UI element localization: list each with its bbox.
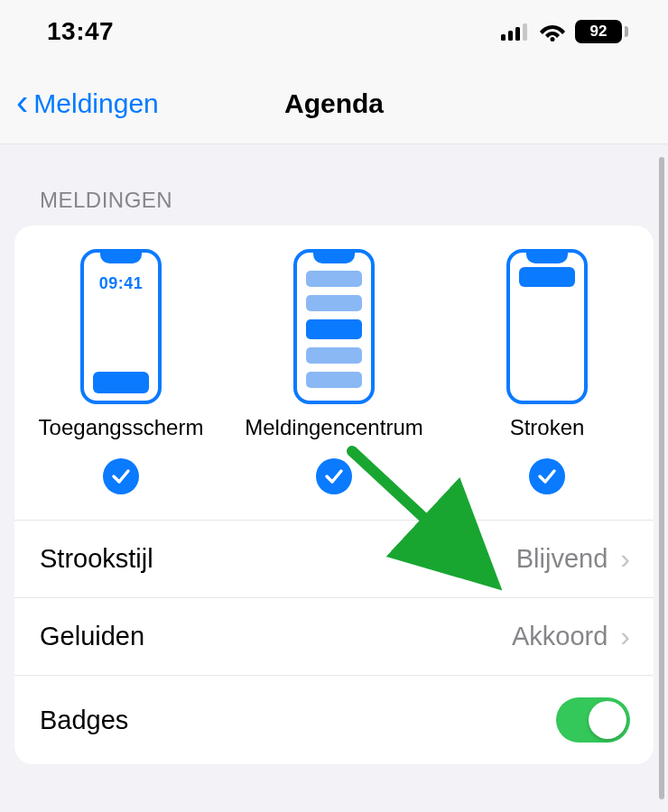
status-indicators: 92 <box>501 20 628 43</box>
option-lock-screen[interactable]: 09:41 Toegangsscherm <box>14 249 227 494</box>
option-notification-center[interactable]: Meldingencentrum <box>227 249 441 494</box>
status-time: 13:47 <box>47 17 114 46</box>
settings-card: 09:41 Toegangsscherm <box>14 226 654 764</box>
option-banners[interactable]: Stroken <box>441 249 654 494</box>
back-label: Meldingen <box>33 88 158 119</box>
chevron-left-icon: ‹ <box>16 84 28 120</box>
battery-percentage: 92 <box>590 23 608 41</box>
checkmark-icon <box>316 458 352 494</box>
navigation-bar: ‹ Meldingen Agenda <box>0 63 668 144</box>
row-value: Akkoord <box>512 622 608 651</box>
chevron-right-icon: › <box>620 542 630 576</box>
row-badges: Badges <box>14 675 654 764</box>
checkmark-icon <box>529 458 565 494</box>
section-header-notifications: MELDINGEN <box>14 144 654 226</box>
badges-toggle[interactable] <box>556 697 630 743</box>
row-label: Geluiden <box>40 622 144 651</box>
svg-rect-1 <box>508 31 513 41</box>
cellular-signal-icon <box>501 23 530 41</box>
svg-point-4 <box>551 37 555 42</box>
row-sounds[interactable]: Geluiden Akkoord › <box>14 597 654 675</box>
row-banner-style[interactable]: Strookstijl Blijvend › <box>14 520 654 597</box>
row-label: Strookstijl <box>40 544 153 574</box>
option-label: Meldingencentrum <box>245 415 422 440</box>
notification-style-options: 09:41 Toegangsscherm <box>14 226 654 520</box>
row-label: Badges <box>40 706 128 735</box>
wifi-icon <box>539 22 566 42</box>
option-label: Stroken <box>510 415 585 440</box>
svg-rect-3 <box>523 23 527 41</box>
chevron-right-icon: › <box>620 620 630 653</box>
checkmark-icon <box>103 458 139 494</box>
svg-rect-0 <box>501 34 506 41</box>
row-value: Blijvend <box>516 544 608 574</box>
svg-rect-2 <box>515 27 520 41</box>
status-bar: 13:47 92 <box>0 0 668 63</box>
scroll-indicator <box>659 157 664 799</box>
option-label: Toegangsscherm <box>39 415 204 440</box>
preview-time: 09:41 <box>84 274 158 293</box>
preview-lock-screen-icon: 09:41 <box>80 249 162 404</box>
settings-list: Strookstijl Blijvend › Geluiden Akkoord … <box>14 520 654 764</box>
content: MELDINGEN 09:41 Toegangsscherm <box>0 144 668 764</box>
preview-notification-center-icon <box>293 249 375 404</box>
battery-indicator: 92 <box>575 20 628 43</box>
back-button[interactable]: ‹ Meldingen <box>0 88 159 120</box>
preview-banner-icon <box>506 249 588 404</box>
